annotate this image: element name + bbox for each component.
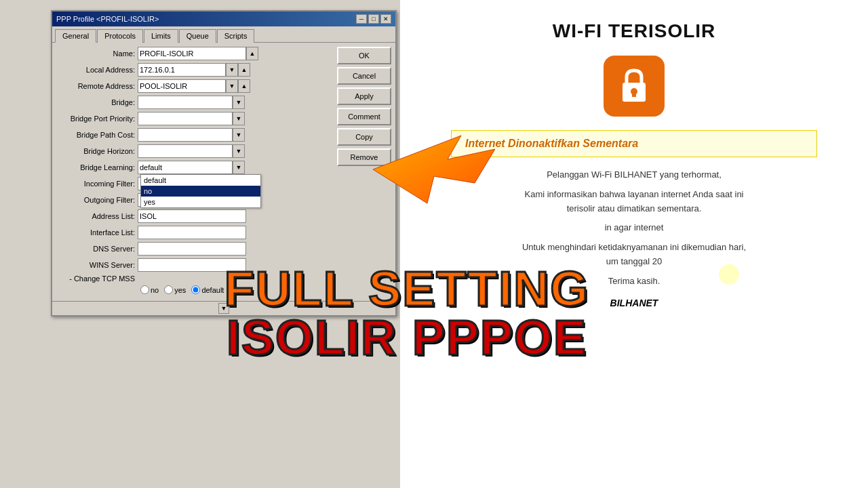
local-address-up-btn[interactable]: ▲: [238, 63, 250, 77]
body-line-3: in agar internet: [451, 221, 817, 235]
bridge-port-priority-group: ▼: [138, 112, 245, 125]
bridge-port-priority-row: Bridge Port Priority: ▼: [56, 112, 333, 125]
notice-title: Internet Dinonaktifkan Sementara: [465, 138, 803, 150]
bridge-horizon-label: Bridge Horizon:: [56, 147, 138, 155]
big-text-overlay: FULL SETTING ISOLIR PPPOE: [102, 264, 712, 362]
close-button[interactable]: ✕: [380, 14, 391, 24]
bridge-learning-row: Bridge Learning: ▼ default no yes: [56, 161, 333, 174]
tabs-row: General Protocols Limits Queue Scripts: [52, 26, 395, 43]
apply-button[interactable]: Apply: [337, 87, 391, 105]
tab-protocols[interactable]: Protocols: [97, 29, 143, 43]
overlay-line2: ISOLIR PPPOE: [102, 313, 712, 362]
arrow-overlay: [373, 129, 495, 213]
bridge-horizon-row: Bridge Horizon: ▼: [56, 144, 333, 158]
name-row: Name: ▲: [56, 47, 333, 60]
interface-list-row: Interface List:: [56, 226, 333, 239]
notice-box: Internet Dinonaktifkan Sementara: [451, 130, 817, 157]
bridge-horizon-group: ▼: [138, 144, 245, 158]
bridge-input[interactable]: [138, 96, 233, 109]
interface-list-label: Interface List:: [56, 228, 138, 237]
ok-button[interactable]: OK: [337, 47, 391, 64]
name-scroll-btn[interactable]: ▲: [246, 47, 258, 60]
tab-limits[interactable]: Limits: [144, 29, 178, 43]
bridge-row: Bridge: ▼: [56, 96, 333, 109]
form-area: Name: ▲ Local Address: ▼ ▲ Remote Addres…: [56, 47, 333, 297]
bridge-path-cost-row: Bridge Path Cost: ▼: [56, 128, 333, 142]
bridge-horizon-input[interactable]: [138, 144, 233, 158]
dns-server-row: DNS Server:: [56, 242, 333, 256]
cancel-button[interactable]: Cancel: [337, 67, 391, 85]
svg-rect-2: [632, 92, 636, 97]
svg-marker-3: [373, 136, 495, 203]
bridge-path-cost-input[interactable]: [138, 128, 233, 142]
wifi-title: WI-FI TERISOLIR: [553, 20, 716, 42]
dialog-titlebar: PPP Profile <PROFIL-ISOLIR> ─ □ ✕: [52, 12, 395, 26]
name-label: Name:: [56, 49, 138, 58]
option-yes[interactable]: yes: [141, 197, 260, 207]
name-input[interactable]: [138, 47, 246, 60]
bridge-input-group: ▼: [138, 96, 245, 109]
body-line-2: Kami informasikan bahwa layanan internet…: [451, 188, 817, 216]
minimize-button[interactable]: ─: [356, 14, 367, 24]
bridge-learning-dropdown-btn[interactable]: ▼: [233, 161, 245, 174]
local-address-row: Local Address: ▼ ▲: [56, 63, 333, 77]
bridge-path-cost-group: ▼: [138, 128, 245, 142]
address-list-label: Address List:: [56, 212, 138, 220]
option-no[interactable]: no: [141, 186, 260, 197]
bridge-port-priority-label: Bridge Port Priority:: [56, 115, 138, 123]
titlebar-buttons: ─ □ ✕: [356, 14, 391, 24]
tab-scripts[interactable]: Scripts: [217, 29, 255, 43]
bridge-learning-input[interactable]: [138, 161, 233, 174]
tab-queue[interactable]: Queue: [179, 29, 216, 43]
local-address-input-group: ▼ ▲: [138, 63, 250, 77]
bridge-path-cost-label: Bridge Path Cost:: [56, 131, 138, 139]
bridge-port-priority-dropdown-btn[interactable]: ▼: [233, 112, 245, 125]
remote-address-label: Remote Address:: [56, 82, 138, 90]
remote-address-dropdown-btn[interactable]: ▼: [226, 79, 238, 93]
cursor-highlight: [719, 264, 739, 285]
interface-list-input[interactable]: [138, 226, 246, 239]
local-address-label: Local Address:: [56, 66, 138, 74]
remote-address-row: Remote Address: ▼ ▲: [56, 79, 333, 93]
dialog-title: PPP Profile <PROFIL-ISOLIR>: [56, 15, 159, 23]
bridge-learning-dropdown-popup: default no yes: [140, 174, 261, 208]
lock-icon: [617, 68, 651, 105]
body-line-1: Pelanggan Wi-Fi BILHANET yang terhormat,: [451, 168, 817, 182]
remote-address-up-btn[interactable]: ▲: [238, 79, 250, 93]
remote-address-input[interactable]: [138, 79, 226, 93]
maximize-button[interactable]: □: [368, 14, 379, 24]
overlay-line1: FULL SETTING: [102, 264, 712, 313]
address-list-input[interactable]: [138, 209, 246, 223]
local-address-input[interactable]: [138, 63, 226, 77]
outgoing-filter-label: Outgoing Filter:: [56, 196, 138, 204]
bridge-dropdown-btn[interactable]: ▼: [233, 96, 245, 109]
remote-address-input-group: ▼ ▲: [138, 79, 250, 93]
left-panel: PPP Profile <PROFIL-ISOLIR> ─ □ ✕ Genera…: [0, 0, 400, 488]
right-panel: WI-FI TERISOLIR Internet Dinonaktifkan S…: [400, 0, 868, 488]
dns-server-label: DNS Server:: [56, 245, 138, 253]
tab-general[interactable]: General: [55, 29, 96, 43]
dns-server-input[interactable]: [138, 242, 246, 256]
bridge-learning-label: Bridge Learning:: [56, 163, 138, 171]
incoming-filter-label: Incoming Filter:: [56, 180, 138, 188]
comment-button[interactable]: Comment: [337, 108, 391, 125]
bridge-horizon-dropdown-btn[interactable]: ▼: [233, 144, 245, 158]
lock-icon-container: [604, 56, 665, 117]
address-list-row: Address List:: [56, 209, 333, 223]
bridge-label: Bridge:: [56, 98, 138, 106]
bridge-path-cost-dropdown-btn[interactable]: ▼: [233, 128, 245, 142]
bridge-port-priority-input[interactable]: [138, 112, 233, 125]
option-default[interactable]: default: [141, 175, 260, 186]
local-address-dropdown-btn[interactable]: ▼: [226, 63, 238, 77]
bridge-learning-group: ▼: [138, 161, 245, 174]
